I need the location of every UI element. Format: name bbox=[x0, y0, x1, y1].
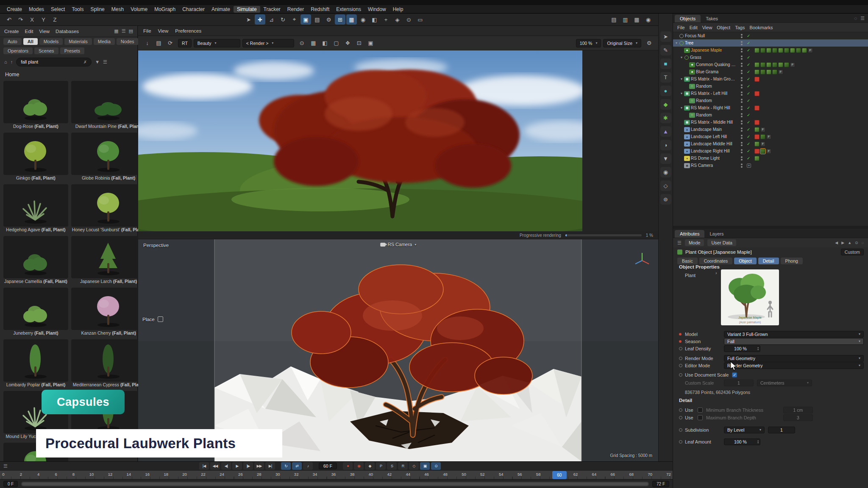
filter-tab-scenes[interactable]: Scenes bbox=[34, 47, 58, 54]
channels-icon[interactable]: ❖ bbox=[342, 38, 353, 48]
render-picture-viewer-icon[interactable]: ▤ bbox=[312, 14, 323, 25]
object-row-rs-dome-light[interactable]: ●RS Dome Light✓ bbox=[673, 155, 868, 162]
tab-attributes[interactable]: Attributes bbox=[675, 230, 704, 238]
texture-tag-icon[interactable] bbox=[754, 69, 760, 75]
snapshot-icon[interactable]: ⊡ bbox=[354, 38, 364, 48]
browser-settings-icon[interactable]: ☰ bbox=[103, 59, 107, 65]
attr-tab-basic[interactable]: Basic bbox=[677, 258, 698, 264]
attr-nav-icon-2[interactable]: ▲ bbox=[848, 241, 851, 245]
texture-tag-icon[interactable] bbox=[760, 62, 765, 67]
live-selection-icon[interactable]: ➤ bbox=[243, 14, 254, 25]
redo-icon[interactable]: ↷ bbox=[15, 14, 26, 25]
filter-tab-media[interactable]: Media bbox=[94, 38, 115, 45]
enabled-check-icon[interactable]: ✓ bbox=[747, 48, 750, 53]
asset-item-globe-robinia[interactable]: Globe Robinia (Fall, Plant) bbox=[70, 132, 147, 182]
attr-nav-icon-4[interactable]: ◌ bbox=[862, 241, 864, 245]
render-view-settings-icon[interactable]: ⚙ bbox=[644, 38, 654, 48]
subdivision-key-dot[interactable] bbox=[679, 428, 685, 432]
plant-preview[interactable]: Japanese Maple (Acer palmatum) bbox=[721, 269, 779, 325]
object-row-rs-matrix-middle-hill[interactable]: ▦RS Matrix - Middle Hill✓ bbox=[673, 119, 868, 126]
use-document-scale-checkbox[interactable]: ✓ bbox=[732, 372, 737, 377]
editor-mode-key-dot[interactable] bbox=[679, 364, 685, 367]
deformer-icon[interactable]: ▲ bbox=[660, 126, 671, 137]
visibility-dots[interactable] bbox=[741, 63, 743, 67]
object-row-random[interactable]: ∷Random✓ bbox=[673, 97, 868, 104]
field-icon[interactable]: ◑ bbox=[660, 140, 671, 150]
object-row-rs-matrix-left-hill[interactable]: ▾▦RS Matrix - Left Hill✓ bbox=[673, 90, 868, 97]
filter-tab-nodes[interactable]: Nodes bbox=[117, 38, 139, 45]
custom-dropdown[interactable]: Custom bbox=[841, 249, 864, 255]
pen-tool-icon[interactable]: ✎ bbox=[660, 45, 671, 55]
object-row-tree[interactable]: ▾Tree✓ bbox=[673, 39, 868, 47]
isolate-icon[interactable]: ⊙ bbox=[403, 14, 414, 25]
texture-tag-icon[interactable] bbox=[772, 69, 777, 75]
filter-tab-auto[interactable]: Auto bbox=[3, 38, 22, 45]
enabled-check-icon[interactable]: ✓ bbox=[747, 91, 750, 96]
objects-menu-icon[interactable]: ☰ bbox=[860, 16, 865, 21]
rv-menu-view[interactable]: View bbox=[158, 28, 169, 33]
attr-nav-icon-0[interactable]: ◀ bbox=[835, 241, 838, 245]
generator-icon[interactable]: ✱ bbox=[660, 113, 671, 123]
attr-burger-icon[interactable]: ☰ bbox=[677, 240, 682, 246]
asset-item-japanese-camellia[interactable]: Japanese Camellia (Fall, Plant) bbox=[3, 235, 69, 286]
material-icon[interactable]: ◉ bbox=[660, 167, 671, 177]
text-tool-icon[interactable]: T bbox=[660, 72, 671, 83]
visibility-dots[interactable] bbox=[741, 149, 743, 153]
texture-tag-icon[interactable] bbox=[760, 134, 765, 139]
render-mode-dropdown[interactable]: Full Geometry ▾ bbox=[724, 355, 864, 362]
navigate-icon[interactable]: ➤ bbox=[660, 31, 671, 42]
texture-tag-icon[interactable] bbox=[766, 48, 771, 53]
record-parameter-button[interactable]: ◇ bbox=[409, 462, 419, 470]
field-tag-icon[interactable]: F bbox=[760, 127, 765, 132]
record-scale-button[interactable]: S bbox=[387, 462, 397, 470]
menu-create[interactable]: Create bbox=[3, 6, 25, 13]
workplane-icon[interactable]: ◈ bbox=[392, 14, 403, 25]
objects-search-icon[interactable]: ◌ bbox=[854, 16, 857, 21]
visibility-dots[interactable] bbox=[741, 120, 743, 125]
picture-viewer-icon[interactable]: ▣ bbox=[365, 38, 376, 48]
browser-menu-icon[interactable]: ▤ bbox=[129, 28, 133, 34]
object-row-landscape-main[interactable]: ▲Landscape Main✓F bbox=[673, 126, 868, 133]
brush-icon[interactable]: ⊚ bbox=[660, 194, 671, 205]
visibility-dots[interactable] bbox=[741, 34, 743, 38]
menu-simulate[interactable]: Simulate bbox=[234, 6, 260, 13]
enabled-check-icon[interactable]: ✓ bbox=[747, 41, 750, 45]
max-branch-key-dot[interactable] bbox=[679, 416, 685, 419]
ab-menu-databases[interactable]: Databases bbox=[56, 29, 79, 34]
current-frame-field[interactable]: 60 F bbox=[319, 463, 337, 469]
ab-menu-create[interactable]: Create bbox=[4, 29, 19, 34]
undo-icon[interactable]: ↶ bbox=[4, 14, 14, 25]
visibility-dots[interactable] bbox=[741, 142, 743, 146]
texture-tag-icon[interactable] bbox=[778, 48, 783, 53]
enabled-check-icon[interactable]: ✓ bbox=[747, 105, 750, 110]
object-row-blue-grama[interactable]: ♣Blue Grama✓F bbox=[673, 68, 868, 75]
enabled-check-icon[interactable]: ✓ bbox=[747, 84, 750, 89]
texture-tag-icon[interactable] bbox=[754, 62, 760, 67]
texture-tag-icon[interactable] bbox=[754, 48, 760, 53]
object-row-random[interactable]: ∷Random✓ bbox=[673, 83, 868, 90]
visibility-dots[interactable] bbox=[741, 77, 743, 81]
texture-tag-icon[interactable] bbox=[778, 62, 783, 67]
redshift-tag-icon[interactable] bbox=[754, 134, 760, 139]
range-start-field[interactable]: 0 F bbox=[3, 481, 18, 487]
snap-icon[interactable]: ◇ bbox=[660, 180, 671, 191]
texture-tag-icon[interactable] bbox=[754, 127, 760, 132]
texture-tag-icon[interactable] bbox=[760, 69, 765, 75]
keyframe-presets-button[interactable]: ⊙ bbox=[431, 462, 441, 470]
redshift-tag-icon[interactable] bbox=[754, 120, 760, 125]
axis-z-lock-icon[interactable]: Z bbox=[50, 14, 60, 25]
leaf-density-field[interactable]: 100 % ▴▾ bbox=[724, 345, 760, 352]
leaf-amount-key-dot[interactable] bbox=[679, 440, 685, 444]
play-button[interactable]: ▶ bbox=[232, 462, 242, 470]
field-tag-icon[interactable]: F bbox=[790, 62, 795, 67]
asset-item-japanese-larch[interactable]: Japanese Larch (Fall, Plant) bbox=[70, 235, 147, 286]
menu-help[interactable]: Help bbox=[389, 6, 407, 13]
range-end-field[interactable]: 72 F bbox=[652, 481, 669, 487]
ab-compare-icon[interactable]: ◧ bbox=[320, 38, 330, 48]
range-track[interactable] bbox=[21, 482, 649, 486]
primitive-cube-icon[interactable]: ■ bbox=[660, 58, 671, 69]
visibility-dots[interactable] bbox=[741, 84, 743, 89]
list-view-icon[interactable]: ☰ bbox=[122, 28, 126, 34]
render-view-icon[interactable]: ▣ bbox=[300, 14, 311, 25]
record-rotation-button[interactable]: R bbox=[398, 462, 408, 470]
